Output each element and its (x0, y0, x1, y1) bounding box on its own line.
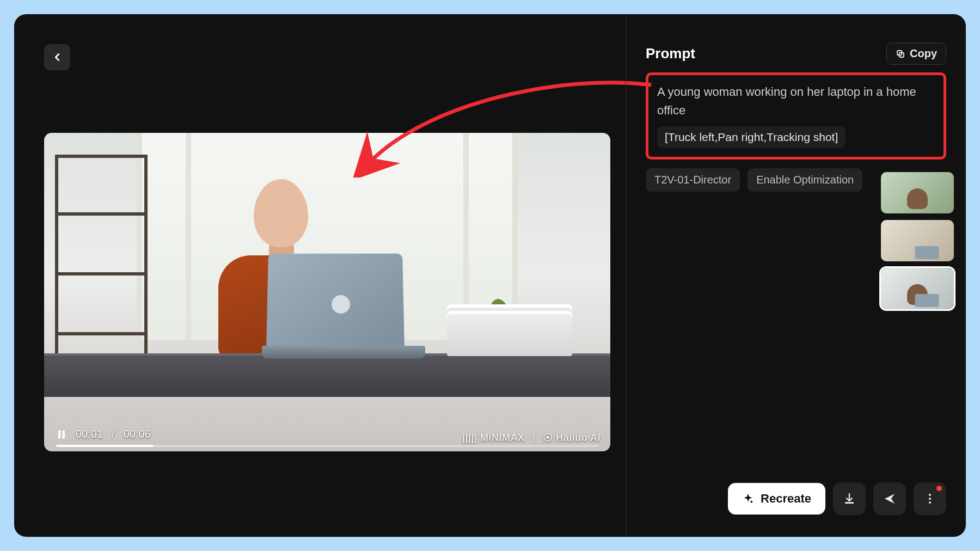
svg-point-6 (929, 498, 931, 500)
prompt-text: A young woman working on her laptop in a… (657, 83, 935, 120)
watermark-minimax: ||||| MINIMAX (462, 432, 525, 444)
more-vertical-icon (923, 492, 936, 505)
prompt-highlight-box: A young woman working on her laptop in a… (646, 72, 946, 160)
video-progress[interactable] (56, 445, 598, 447)
download-icon (843, 492, 856, 505)
video-time-separator: / (112, 428, 115, 440)
download-button[interactable] (833, 482, 866, 515)
thumbnail-list (881, 172, 954, 309)
app-card: 00:01 / 00:06 ||||| MINIMAX | ⦿ Hailuo A… (14, 14, 966, 537)
camera-moves-chip: [Truck left,Pan right,Tracking shot] (657, 126, 846, 148)
thumbnail-3[interactable] (881, 268, 954, 309)
video-preview[interactable]: 00:01 / 00:06 ||||| MINIMAX | ⦿ Hailuo A… (44, 133, 610, 451)
copy-icon (896, 49, 905, 59)
video-duration: 00:06 (124, 428, 151, 440)
svg-point-5 (929, 494, 931, 496)
watermark-hailuo: ⦿ Hailuo AI (543, 432, 601, 444)
scene-laptop (262, 250, 420, 359)
prompt-panel: Prompt Copy A young woman working on her… (626, 14, 966, 537)
thumbnail-1[interactable] (881, 172, 954, 213)
thumbnail-2[interactable] (881, 220, 954, 261)
back-button[interactable] (44, 44, 70, 70)
tag-optimization[interactable]: Enable Optimization (748, 168, 862, 192)
svg-rect-1 (63, 430, 65, 438)
video-watermark: ||||| MINIMAX | ⦿ Hailuo AI (462, 432, 601, 444)
recreate-button[interactable]: Recreate (728, 483, 825, 515)
share-button[interactable] (873, 482, 906, 515)
sparkle-icon (742, 493, 754, 505)
svg-rect-4 (845, 502, 854, 504)
more-button[interactable] (914, 482, 946, 515)
pause-icon[interactable] (56, 428, 67, 440)
scene-desk (44, 353, 610, 397)
copy-button[interactable]: Copy (886, 42, 946, 65)
notification-dot-icon (936, 486, 942, 491)
panel-title: Prompt (646, 45, 695, 62)
bottom-controls: Recreate (728, 482, 946, 515)
scene-papers (447, 304, 572, 356)
share-icon (883, 492, 896, 505)
svg-rect-0 (58, 430, 60, 438)
chevron-left-icon (51, 51, 63, 63)
recreate-label: Recreate (761, 492, 811, 506)
copy-label: Copy (910, 47, 937, 60)
svg-point-7 (929, 501, 931, 504)
tag-model[interactable]: T2V-01-Director (646, 168, 740, 192)
video-current-time: 00:01 (76, 428, 103, 440)
